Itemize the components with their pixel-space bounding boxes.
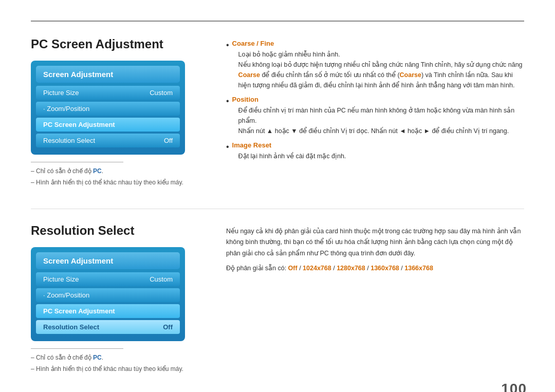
bullet-image-reset: • Image Reset Đặt lại hình ảnh về cài đặ… [226,141,524,161]
bullet-coarse-content: Coarse / Fine Loại bỏ hoặc giảm nhiễu hì… [232,40,524,90]
menu1-container: Screen Adjustment Picture Size Custom · … [31,61,185,155]
menu2-item-picture-size-label: Picture Size [43,275,79,283]
note2-divider [31,348,123,349]
bullet-dot-1: • [226,40,229,51]
bullet-dot-3: • [226,141,229,153]
bullet-position-content: Position Để điều chỉnh vị trí màn hình c… [232,96,524,136]
resolution-values-label: Độ phân giải sẵn có: [226,265,286,272]
resolution-off: Off [288,265,298,272]
menu2-item-picture-size-value: Custom [150,275,173,283]
section1-title: PC Screen Adjustment [31,37,206,51]
menu2-header-text: Screen Adjustment [43,256,113,265]
menu2-item-resolution-value: Off [163,323,173,331]
resolution-list: / 1024x768 / 1280x768 / 1360x768 / 1366x… [299,265,433,272]
section2-title: Resolution Select [31,223,206,238]
menu2-item-zoom-position[interactable]: · Zoom/Position [36,288,180,302]
bullet-coarse-fine: • Coarse / Fine Loại bỏ hoặc giảm nhiễu … [226,40,524,90]
bullet-dot-2: • [226,96,229,107]
menu1-item-resolution-value: Off [164,137,173,144]
menu2-container: Screen Adjustment Picture Size Custom · … [31,247,185,341]
menu2-item-resolution-select[interactable]: Resolution Select Off [36,320,180,334]
menu2-item-picture-size[interactable]: Picture Size Custom [36,272,180,286]
note2-line2: – Hình ảnh hiển thị có thể khác nhau tùy… [31,364,206,374]
menu1-item-picture-size-label: Picture Size [43,89,79,97]
section-pc-screen-adjustment: PC Screen Adjustment Screen Adjustment P… [31,37,524,189]
note1-line1: – Chỉ có sẵn ở chế độ PC. [31,166,206,176]
note1-divider [31,162,123,162]
note2-line1: – Chỉ có sẵn ở chế độ PC. [31,353,206,362]
top-divider [31,21,524,22]
menu1-header: Screen Adjustment [36,66,180,83]
section-separator [31,209,524,209]
menu1-item-resolution-select[interactable]: Resolution Select Off [36,134,180,147]
menu2-item-pc-screen-label: PC Screen Adjustment [43,307,115,315]
menu1-item-zoom-position[interactable]: · Zoom/Position [36,102,180,116]
menu1-item-pc-screen-label: PC Screen Adjustment [43,121,115,128]
menu1-header-text: Screen Adjustment [43,70,113,79]
resolution-values: Độ phân giải sẵn có: Off / 1024x768 / 12… [226,264,524,272]
menu2-item-zoom-label: · Zoom/Position [43,291,89,299]
bullet-image-reset-title: Image Reset [232,141,524,149]
bullet-coarse-title: Coarse / Fine [232,40,524,47]
bullet-position: • Position Để điều chỉnh vị trí màn hình… [226,96,524,136]
menu2-header: Screen Adjustment [36,252,180,269]
menu2-item-resolution-label: Resolution Select [43,323,99,331]
menu1-item-zoom-label: · Zoom/Position [43,105,89,113]
page-number: 100 [501,381,527,392]
menu1-item-resolution-label: Resolution Select [43,137,95,144]
resolution-description: Nếu ngay cả khi độ phân giải của card hì… [226,226,524,259]
menu1-item-picture-size[interactable]: Picture Size Custom [36,86,180,100]
bullet-position-title: Position [232,96,524,103]
section-resolution-select: Resolution Select Screen Adjustment Pict… [31,223,524,376]
section1-right: • Coarse / Fine Loại bỏ hoặc giảm nhiễu … [226,37,524,189]
menu1-item-pc-screen[interactable]: PC Screen Adjustment [36,118,180,132]
section2-left: Resolution Select Screen Adjustment Pict… [31,223,206,376]
menu2-item-pc-screen[interactable]: PC Screen Adjustment [36,304,180,318]
section1-left: PC Screen Adjustment Screen Adjustment P… [31,37,206,189]
bullet-image-reset-content: Image Reset Đặt lại hình ảnh về cài đặt … [232,141,524,161]
bullet-position-body: Để điều chỉnh vị trí màn hình của PC nếu… [238,105,524,136]
bullet-coarse-body: Loại bỏ hoặc giảm nhiễu hình ảnh. Nếu kh… [238,49,524,90]
section2-right: Nếu ngay cả khi độ phân giải của card hì… [226,223,524,376]
bullet-image-reset-body: Đặt lại hình ảnh về cài đặt mặc định. [238,151,524,161]
menu1-item-picture-size-value: Custom [150,89,173,97]
note1-line2: – Hình ảnh hiển thị có thể khác nhau tùy… [31,178,206,187]
